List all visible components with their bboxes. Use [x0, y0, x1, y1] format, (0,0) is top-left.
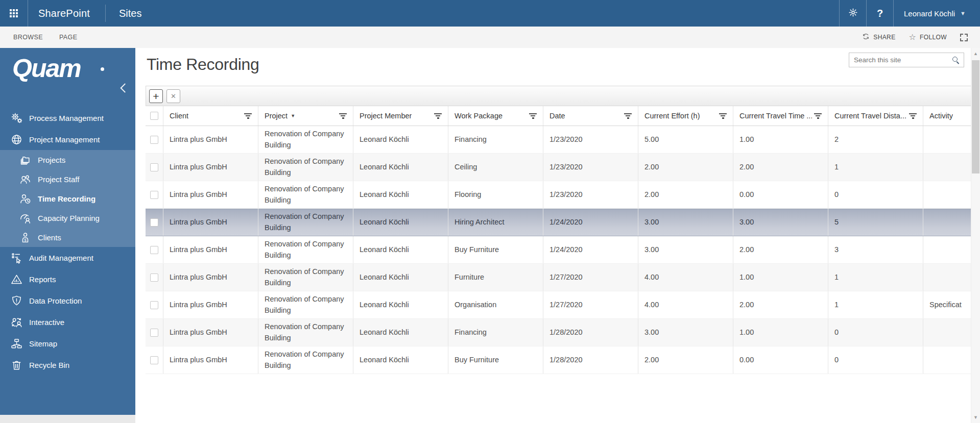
row-checkbox[interactable] — [150, 163, 158, 171]
table-row[interactable]: Lintra plus GmbHRenovation of Company Bu… — [146, 209, 971, 236]
cell-value: Hiring Architect — [455, 217, 505, 228]
search-input[interactable] — [849, 54, 952, 66]
cell-value: Furniture — [455, 272, 484, 283]
cell-travel-distance: 1 — [828, 264, 923, 291]
filter-icon[interactable] — [527, 113, 539, 119]
filter-icon[interactable] — [242, 113, 254, 119]
sidebar-item-clients[interactable]: $Clients — [0, 228, 135, 247]
select-all-checkbox[interactable] — [150, 112, 158, 120]
scroll-down-arrow-icon[interactable]: ▼ — [971, 415, 980, 420]
column-header-current-travel-time[interactable]: Current Travel Time ... — [733, 106, 828, 126]
app-launcher-button[interactable] — [0, 0, 28, 27]
column-header-activity[interactable]: Activity — [923, 106, 971, 126]
cell-value: 1.00 — [739, 327, 754, 338]
cell-effort: 3.00 — [638, 236, 733, 263]
search-magnifier-icon[interactable] — [952, 56, 960, 64]
table-row[interactable]: Lintra plus GmbHRenovation of Company Bu… — [146, 291, 971, 319]
cell-value: 0.00 — [739, 189, 754, 200]
suite-bar-section[interactable]: Sites — [106, 8, 155, 19]
scrollbar-thumb[interactable] — [972, 60, 979, 173]
ribbon-tab-page[interactable]: PAGE — [59, 34, 77, 41]
column-header-client[interactable]: Client — [163, 106, 258, 126]
settings-gear-icon — [848, 8, 858, 19]
table-row[interactable]: Lintra plus GmbHRenovation of Company Bu… — [146, 236, 971, 264]
scroll-up-arrow-icon[interactable]: ▲ — [971, 51, 980, 56]
column-header-project-member[interactable]: Project Member — [353, 106, 448, 126]
row-checkbox[interactable] — [150, 191, 158, 199]
sidebar-item-reports[interactable]: Reports — [0, 268, 135, 290]
filter-icon[interactable] — [907, 113, 919, 119]
sidebar-item-label: Clients — [38, 233, 61, 242]
sidebar-item-time-recording[interactable]: Time Recording — [0, 189, 135, 208]
filter-icon[interactable] — [812, 113, 824, 119]
cell-travel-time: 1.00 — [733, 264, 828, 291]
table-row[interactable]: Lintra plus GmbHRenovation of Company Bu… — [146, 154, 971, 181]
site-logo[interactable]: Quam — [0, 48, 135, 87]
row-checkbox[interactable] — [150, 218, 158, 227]
user-menu[interactable]: Leonard Köchli ▼ — [894, 9, 980, 18]
sidebar-item-audit-management[interactable]: Audit Management — [0, 247, 135, 268]
sidebar-item-project-management[interactable]: Project Management — [0, 129, 135, 150]
column-header-current-effort-h[interactable]: Current Effort (h) — [638, 106, 733, 126]
filter-icon[interactable] — [337, 113, 349, 119]
cell-value: Renovation of Company Building — [265, 184, 349, 205]
sidebar-item-process-management[interactable]: Process Management — [0, 107, 135, 129]
cell-value: Lintra plus GmbH — [170, 355, 227, 365]
table-row[interactable]: Lintra plus GmbHRenovation of Company Bu… — [146, 264, 971, 291]
sidebar-item-projects[interactable]: Projects — [0, 150, 135, 169]
cell-effort: 2.00 — [638, 181, 733, 208]
cell-value: 2.00 — [739, 244, 754, 255]
cell-travel-distance: 1 — [828, 154, 923, 181]
column-header-current-travel-dista[interactable]: Current Travel Dista... — [828, 106, 923, 126]
cell-work-package: Ceiling — [448, 154, 543, 181]
row-checkbox[interactable] — [150, 301, 158, 309]
filter-icon[interactable] — [432, 113, 444, 119]
table-row[interactable]: Lintra plus GmbHRenovation of Company Bu… — [146, 346, 971, 374]
table-row[interactable]: Lintra plus GmbHRenovation of Company Bu… — [146, 319, 971, 346]
sidebar-item-capacity-planning[interactable]: Capacity Planning — [0, 208, 135, 228]
cell-work-package: Financing — [448, 126, 543, 153]
share-button[interactable]: SHARE — [862, 33, 895, 42]
column-header-date[interactable]: Date — [543, 106, 638, 126]
row-checkbox[interactable] — [150, 273, 158, 282]
cell-client: Lintra plus GmbH — [163, 209, 258, 236]
vertical-scrollbar[interactable]: ▲ ▼ — [971, 48, 980, 423]
cell-activity — [923, 236, 971, 263]
sidebar-item-project-staff[interactable]: Project Staff — [0, 169, 135, 189]
follow-button[interactable]: ☆ FOLLOW — [909, 33, 947, 41]
column-header-project[interactable]: Project▼ — [258, 106, 353, 126]
filter-icon[interactable] — [622, 113, 634, 119]
table-row[interactable]: Lintra plus GmbHRenovation of Company Bu… — [146, 126, 971, 154]
cell-value: 0.00 — [739, 355, 754, 365]
settings-button[interactable] — [840, 0, 866, 27]
cell-value: 1/27/2020 — [549, 272, 583, 283]
sidebar-item-recycle-bin[interactable]: Recycle Bin — [0, 354, 135, 376]
cell-value: Renovation of Company Building — [265, 294, 349, 315]
cell-work-package: Buy Furniture — [448, 346, 543, 374]
row-checkbox[interactable] — [150, 136, 158, 144]
sidebar-item-data-protection[interactable]: Data Protection — [0, 290, 135, 311]
cell-client: Lintra plus GmbH — [163, 319, 258, 346]
cell-work-package: Financing — [448, 319, 543, 346]
suite-bar-app-name[interactable]: SharePoint — [28, 8, 105, 19]
focus-on-content-button[interactable] — [960, 34, 968, 41]
table-row[interactable]: Lintra plus GmbHRenovation of Company Bu… — [146, 181, 971, 209]
column-header-label: Current Travel Time ... — [739, 112, 812, 120]
cell-value: 0 — [834, 189, 839, 200]
sidebar-item-sitemap[interactable]: Sitemap — [0, 333, 135, 354]
cell-travel-time: 2.00 — [733, 291, 828, 318]
ribbon-tab-browse[interactable]: BROWSE — [13, 34, 43, 41]
help-button[interactable]: ? — [867, 0, 893, 27]
row-checkbox[interactable] — [150, 356, 158, 364]
add-record-button[interactable]: + — [149, 89, 163, 103]
cell-value: Lintra plus GmbH — [170, 217, 227, 228]
cell-value: 5.00 — [644, 134, 659, 145]
row-checkbox[interactable] — [150, 329, 158, 337]
cell-effort: 4.00 — [638, 291, 733, 318]
sidebar-item-interactive[interactable]: Interactive — [0, 311, 135, 333]
filter-icon[interactable] — [717, 113, 729, 119]
clear-selection-button[interactable]: ✕ — [166, 89, 180, 103]
row-checkbox[interactable] — [150, 246, 158, 254]
column-header-work-package[interactable]: Work Package — [448, 106, 543, 126]
cell-date: 1/24/2020 — [543, 236, 638, 263]
